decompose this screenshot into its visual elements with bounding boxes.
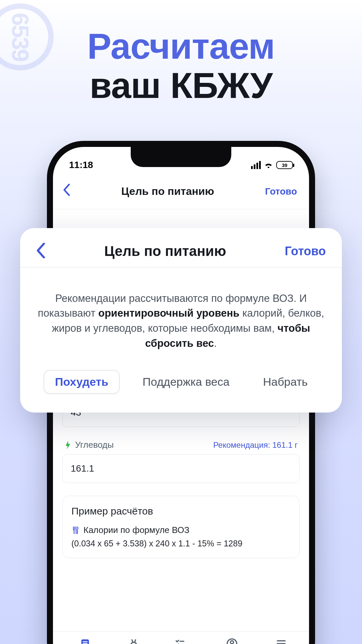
- marketing-headline: Расчитаем ваш КБЖУ: [0, 27, 362, 105]
- back-button[interactable]: [63, 184, 70, 199]
- segment-lose[interactable]: Похудеть: [44, 370, 120, 394]
- chevron-left-icon: [36, 243, 46, 258]
- calculation-card: Пример расчётов Калории по формуле ВОЗ (…: [62, 496, 300, 558]
- tab-bar: Дневник Спорт Сводка Профиль Меню: [53, 631, 309, 644]
- wifi-icon: [264, 162, 273, 168]
- carbs-recommendation: Рекомендация: 161.1 г: [213, 440, 298, 450]
- svg-point-7: [230, 641, 233, 644]
- carbs-label: Углеводы: [64, 440, 114, 450]
- calc-line-calories: Калории по формуле ВОЗ: [71, 525, 291, 535]
- profile-icon: [226, 638, 238, 644]
- tab-profile[interactable]: Профиль: [216, 638, 248, 644]
- screen-title: Цель по питанию: [121, 185, 214, 198]
- carbs-input[interactable]: [62, 454, 300, 483]
- segment-gain[interactable]: Набрать: [252, 371, 318, 393]
- calc-title: Пример расчётов: [71, 505, 291, 517]
- tab-summary[interactable]: Сводка: [168, 638, 192, 644]
- bolt-icon: [64, 440, 71, 450]
- headline-line1: Расчитаем: [0, 27, 362, 66]
- modal-description: Рекомендации рассчитываются по формуле В…: [36, 291, 326, 352]
- cellular-icon: [251, 161, 261, 169]
- svg-point-5: [131, 642, 136, 644]
- goal-modal: Цель по питанию Готово Рекомендации расс…: [20, 228, 342, 413]
- svg-rect-3: [83, 641, 87, 642]
- modal-back-button[interactable]: [36, 243, 46, 260]
- cutlery-icon: [71, 526, 79, 534]
- menu-icon: [276, 638, 287, 644]
- modal-nav: Цель по питанию Готово: [36, 243, 326, 260]
- calc-formula: (0.034 x 65 + 3.538) x 240 x 1.1 - 15% =…: [71, 539, 291, 548]
- divider: [20, 267, 342, 268]
- segment-maintain[interactable]: Поддержка веса: [132, 371, 240, 393]
- medal-icon: [128, 638, 139, 644]
- phone-notch: [131, 147, 231, 167]
- done-button[interactable]: Готово: [265, 186, 297, 197]
- battery-icon: 39: [276, 161, 293, 169]
- modal-title: Цель по питанию: [104, 243, 226, 259]
- screen-nav: Цель по питанию Готово: [53, 174, 309, 209]
- checklist-icon: [174, 638, 186, 644]
- status-icons: 39: [251, 161, 293, 169]
- modal-done-button[interactable]: Готово: [285, 244, 326, 258]
- tab-sport[interactable]: Спорт: [123, 638, 144, 644]
- field-carbs: Углеводы Рекомендация: 161.1 г: [62, 440, 300, 483]
- headline-line2: ваш КБЖУ: [0, 66, 362, 105]
- tab-menu[interactable]: Меню: [272, 638, 291, 644]
- goal-segmented-control: Похудеть Поддержка веса Набрать: [36, 370, 326, 394]
- tab-diary[interactable]: Дневник: [71, 638, 99, 644]
- battery-level: 39: [282, 162, 288, 168]
- diary-icon: [79, 638, 91, 644]
- status-time: 11:18: [69, 160, 93, 170]
- chevron-left-icon: [63, 184, 70, 196]
